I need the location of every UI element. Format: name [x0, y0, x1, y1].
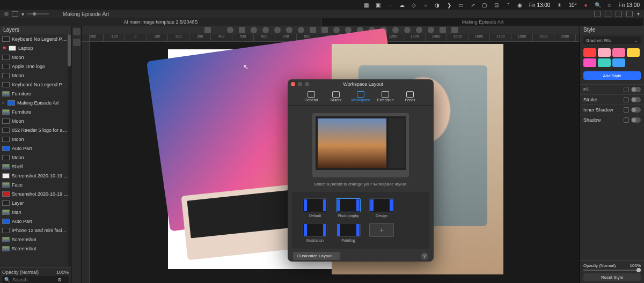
chevron-down-icon[interactable]: ▾ [637, 11, 640, 17]
layer-row[interactable]: Keyboard No Legend Paint Cop… [0, 80, 71, 89]
menu-extra-icon[interactable]: ▢ [481, 1, 488, 9]
color-swatch[interactable] [598, 48, 611, 57]
layer-row[interactable]: Screenshot [0, 244, 71, 253]
menu-extra-icon[interactable]: ⬨ [422, 1, 429, 9]
pointer-tool-icon[interactable] [204, 27, 211, 33]
preset-design[interactable]: Design [369, 198, 394, 218]
menu-extra-icon[interactable]: ◑ [434, 1, 441, 9]
prop-toggle[interactable] [631, 117, 641, 123]
layer-row[interactable]: Screenshot [0, 235, 71, 244]
layer-row[interactable]: 052 Reeder 5 logo for artwork [0, 125, 71, 135]
prop-toggle[interactable] [631, 87, 641, 92]
dropbox-icon[interactable]: ◇ [410, 1, 418, 9]
toolbar-icon[interactable] [594, 11, 601, 17]
pen-tool-icon[interactable] [274, 27, 281, 33]
menu-extra-icon[interactable]: ▦ [363, 1, 370, 9]
color-swatch[interactable] [583, 58, 596, 67]
color-swatch[interactable] [612, 48, 625, 57]
prop-checkbox[interactable] [624, 117, 629, 123]
dialog-tab-general[interactable]: General [299, 90, 323, 103]
wifi-icon[interactable]: ⌃ [504, 1, 512, 9]
layer-search[interactable]: 🔍 ⚙ [2, 276, 69, 283]
zoom-slider[interactable] [27, 13, 49, 14]
menu-extra-icon[interactable]: ⊡ [493, 1, 500, 9]
layer-row[interactable]: Moon [0, 116, 71, 125]
layer-row[interactable]: Keyboard No Legend Paint Copy [0, 34, 71, 43]
help-button[interactable]: ? [421, 252, 428, 260]
dialog-tab-extension[interactable]: Extension [374, 90, 397, 103]
chevron-down-icon[interactable]: ▾ [21, 11, 24, 17]
menu-extra-icon[interactable]: ▭ [457, 1, 465, 9]
menu-extra-icon[interactable]: ❯ [445, 1, 453, 9]
add-style-button[interactable]: Add Style [583, 71, 641, 80]
style-selector[interactable]: Gradient Fills ⌄ [583, 36, 641, 44]
notification-icon[interactable]: ● [582, 1, 590, 9]
layer-row[interactable]: Auto Part [0, 144, 71, 153]
hand-tool-icon[interactable] [451, 27, 458, 33]
preset-painting[interactable]: Painting [336, 223, 361, 242]
layer-row[interactable]: iPhone 12 and mini facing left [0, 226, 71, 235]
control-center-icon[interactable]: ≡ [606, 1, 613, 9]
tab-template[interactable]: AI main image template 2.5/2048S [0, 18, 322, 26]
weather-icon[interactable]: ☀ [555, 1, 563, 9]
adj-tool-icon[interactable] [404, 27, 411, 33]
layer-row[interactable]: Face [0, 180, 71, 189]
color-swatch[interactable] [583, 48, 596, 57]
menu-extra-icon[interactable]: ☁ [398, 1, 406, 9]
tool-icon[interactable] [73, 39, 80, 46]
layer-row[interactable]: Layer [0, 198, 71, 207]
preset-default[interactable]: Default [303, 198, 327, 218]
color-swatch[interactable] [598, 58, 611, 67]
layer-row[interactable]: Auto Part [0, 217, 71, 226]
opacity-label[interactable]: Opacity (Normal) [2, 270, 39, 275]
opacity-slider[interactable] [583, 270, 641, 271]
clone-tool-icon[interactable] [298, 27, 304, 33]
layer-row[interactable]: Shelf [0, 162, 71, 171]
reset-style-button[interactable]: Reset Style [583, 273, 641, 281]
color-swatch[interactable] [627, 48, 640, 57]
layer-row[interactable]: ⚑Laptop [0, 43, 71, 53]
color-swatch[interactable] [612, 58, 625, 67]
preset-photography[interactable]: Photography [336, 198, 361, 218]
prop-checkbox[interactable] [624, 97, 629, 102]
fill-tool-icon[interactable] [262, 27, 269, 33]
layer-row[interactable]: Screenshot 2020-10-19 at 13.0… [0, 171, 71, 180]
layer-row[interactable]: Furniture [0, 89, 71, 98]
sound-icon[interactable]: ◉ [516, 1, 524, 9]
layers-list[interactable]: Keyboard No Legend Paint Copy⚑LaptopMoon… [0, 34, 71, 267]
brush-tool-icon[interactable] [227, 27, 233, 33]
opacity-label[interactable]: Opacity (Normal) [583, 263, 616, 268]
layer-row[interactable]: Apple One logo [0, 62, 71, 71]
layer-row[interactable]: Moon [0, 153, 71, 162]
star-tool-icon[interactable] [239, 27, 245, 33]
menu-extra-icon[interactable]: ↗ [469, 1, 477, 9]
preset-add[interactable]: + [369, 223, 394, 242]
search-input[interactable] [12, 277, 55, 282]
zoom-tool-icon[interactable] [440, 27, 446, 33]
layer-row[interactable]: Moon [0, 53, 71, 62]
close-button[interactable] [291, 82, 295, 86]
prop-toggle[interactable] [631, 97, 641, 102]
toolbar-icon[interactable] [605, 11, 611, 17]
adj-tool-icon[interactable] [416, 27, 422, 33]
adj-tool-icon[interactable] [392, 27, 399, 33]
layer-row[interactable]: Furniture [0, 107, 71, 116]
toolbar-icon[interactable] [626, 11, 633, 17]
crop-tool-icon[interactable] [310, 27, 316, 33]
adj-tool-icon[interactable] [333, 27, 340, 33]
menubar-time[interactable]: Fri 13:00 [528, 2, 551, 8]
adj-tool-icon[interactable] [428, 27, 434, 33]
menu-extra-icon[interactable]: ▣ [375, 1, 382, 9]
preset-illustration[interactable]: Illustration [303, 223, 327, 242]
prop-checkbox[interactable] [624, 107, 629, 113]
layer-row[interactable]: Moon [0, 71, 71, 80]
menubar-time-2[interactable]: Fri 13:00 [618, 2, 641, 8]
expand-icon[interactable]: › [2, 100, 5, 106]
menu-extra-icon[interactable]: ⋯ [386, 1, 394, 9]
layer-row[interactable]: ›Making Episode Art [0, 98, 71, 107]
text-tool-icon[interactable] [321, 27, 328, 33]
spotlight-icon[interactable]: 🔍 [594, 1, 602, 9]
filter-icon[interactable]: ⚙ [57, 277, 62, 282]
adj-tool-icon[interactable] [345, 27, 352, 33]
layer-row[interactable]: Man [0, 207, 71, 217]
